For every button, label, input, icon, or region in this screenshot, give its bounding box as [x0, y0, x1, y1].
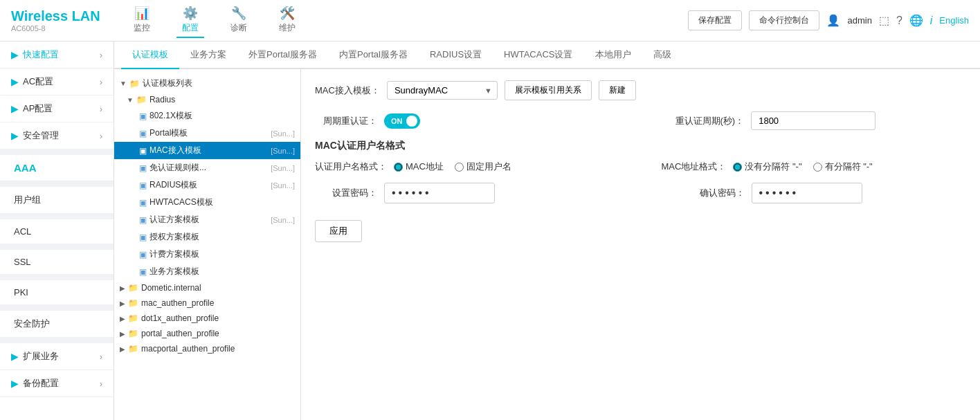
sidebar-item-label: 安全管理	[23, 129, 59, 142]
re-auth-period-input[interactable]	[751, 111, 875, 130]
radio-no-sep-label: 没有分隔符 "-"	[745, 161, 801, 173]
tree-node-billing[interactable]: ▣ 计费方案模板	[114, 246, 300, 263]
tab-radius[interactable]: RADIUS设置	[419, 42, 493, 68]
radio-no-sep-input[interactable]	[733, 163, 742, 172]
tree-node-dot1x[interactable]: ▣ 802.1X模板	[114, 107, 300, 125]
tree-node-dot1x-authen[interactable]: ▶ 📁 dot1x_authen_profile	[114, 311, 300, 326]
tree-node-label: portal_authen_profile	[141, 329, 219, 338]
tab-hwtacacs[interactable]: HWTACACS设置	[493, 42, 583, 68]
radio-fixed-user[interactable]: 固定用户名	[455, 161, 511, 173]
sidebar-item-label: 用户组	[14, 194, 41, 206]
sidebar-item-label: 安全防护	[14, 318, 50, 330]
show-ref-button[interactable]: 展示模板引用关系	[505, 80, 592, 100]
language-selector[interactable]: English	[939, 15, 969, 26]
sidebar-item-aaa[interactable]: AAA	[0, 155, 114, 181]
tree-node-hwtacacs-tpl[interactable]: ▣ HWTACACS模板	[114, 194, 300, 211]
tab-local-user[interactable]: 本地用户	[584, 42, 642, 68]
tab-biz-plan[interactable]: 业务方案	[179, 42, 237, 68]
radio-with-sep-label: 有分隔符 "-"	[825, 161, 873, 173]
logout-icon[interactable]: ⬚	[879, 14, 889, 27]
tree-node-tag: [Sun...]	[271, 216, 295, 224]
sidebar-item-label: ACL	[14, 226, 31, 237]
sidebar-item-pki[interactable]: PKI	[0, 280, 114, 305]
tree-node-radius-tpl[interactable]: ▣ RADIUS模板 [Sun...]	[114, 176, 300, 194]
sidebar-item-user-group[interactable]: 用户组	[0, 187, 114, 214]
tree-node-label: Portal模板	[149, 127, 188, 139]
sidebar-item-ssl[interactable]: SSL	[0, 250, 114, 275]
tab-advanced[interactable]: 高级	[642, 42, 682, 68]
tab-auth-template[interactable]: 认证模板	[121, 42, 179, 69]
radio-no-sep[interactable]: 没有分隔符 "-"	[733, 161, 801, 173]
cmd-console-button[interactable]: 命令行控制台	[749, 10, 819, 30]
help-icon[interactable]: ?	[896, 15, 902, 27]
apply-button[interactable]: 应用	[315, 220, 362, 242]
nav-monitor[interactable]: 📊 监控	[128, 3, 156, 38]
content-panel: ▼ 📁 认证模板列表 ▼ 📁 Radius ▣ 802.1X模板 ▣ P	[114, 69, 980, 420]
radio-with-sep-input[interactable]	[813, 163, 822, 172]
nav-monitor-label: 监控	[134, 22, 150, 34]
periodic-auth-toggle[interactable]: ON	[384, 113, 420, 129]
tree-radius-group[interactable]: ▼ 📁 Radius	[114, 92, 300, 107]
radio-mac-addr-input[interactable]	[394, 163, 403, 172]
title-wireless: Wireless	[11, 8, 68, 24]
username-format-col: 认证用户名格式： MAC地址 固定用户名	[315, 161, 620, 173]
tree-root[interactable]: ▼ 📁 认证模板列表	[114, 75, 300, 92]
tree-node-portal-tpl[interactable]: ▣ Portal模板 [Sun...]	[114, 125, 300, 142]
tree-node-portal-authen[interactable]: ▶ 📁 portal_authen_profile	[114, 326, 300, 341]
save-config-button[interactable]: 保存配置	[688, 10, 742, 30]
confirm-password-col: 确认密码：	[682, 183, 967, 203]
periodic-auth-row: 周期重认证： ON 重认证周期(秒)：	[315, 111, 966, 130]
set-password-input[interactable]	[384, 183, 495, 203]
tab-ext-portal[interactable]: 外置Portal服务器	[237, 42, 328, 68]
expand-icon: ▶	[11, 351, 19, 362]
nav-config[interactable]: ⚙️ 配置	[176, 3, 204, 38]
nav-diagnose[interactable]: 🔧 诊断	[225, 3, 253, 38]
sidebar-item-ac-config[interactable]: ▶ AC配置	[0, 69, 114, 95]
sidebar-item-label: AC配置	[23, 75, 53, 88]
tree-node-dometic[interactable]: ▶ 📁 Dometic.internal	[114, 280, 300, 295]
radio-fixed-user-input[interactable]	[455, 163, 464, 172]
title-lan: LAN	[68, 8, 100, 24]
sidebar-item-quick-config[interactable]: ▶ 快速配置	[0, 42, 114, 69]
header-right: 保存配置 命令行控制台 👤 admin ⬚ ? 🌐 i English	[688, 10, 969, 30]
radio-mac-addr[interactable]: MAC地址	[394, 161, 444, 173]
toggle-knob	[406, 116, 417, 127]
tree-node-biz-tpl[interactable]: ▣ 业务方案模板	[114, 263, 300, 280]
new-button[interactable]: 新建	[599, 80, 636, 100]
config-icon: ⚙️	[183, 6, 198, 21]
tree-node-label: MAC接入模板	[149, 145, 201, 156]
tree-node-label: 免认证规则模...	[149, 162, 206, 174]
form-panel: MAC接入模板： SundrayMAC ▼ 展示模板引用关系 新建 周期重认证：	[301, 69, 980, 420]
nav-maintain[interactable]: 🛠️ 维护	[273, 3, 301, 38]
tree-node-free-auth[interactable]: ▣ 免认证规则模... [Sun...]	[114, 159, 300, 176]
tree-node-mac-template[interactable]: ▣ MAC接入模板 [Sun...]	[114, 142, 300, 159]
globe-icon[interactable]: 🌐	[909, 14, 923, 27]
sidebar-item-backup[interactable]: ▶ 备份配置	[0, 370, 114, 397]
main-nav: 📊 监控 ⚙️ 配置 🔧 诊断 🛠️ 维护	[128, 3, 689, 38]
sidebar-item-expand[interactable]: ▶ 扩展业务	[0, 343, 114, 370]
tree-node-label: RADIUS模板	[149, 179, 197, 191]
radio-with-sep[interactable]: 有分隔符 "-"	[813, 161, 873, 173]
tree-node-macportal-authen[interactable]: ▶ 📁 macportal_authen_profile	[114, 341, 300, 356]
auth-username-label: 认证用户名格式：	[315, 161, 387, 173]
sidebar-item-sec-protect[interactable]: 安全防护	[0, 311, 114, 338]
tab-int-portal[interactable]: 内置Portal服务器	[328, 42, 419, 68]
tree-node-auth-scheme[interactable]: ▣ 认证方案模板 [Sun...]	[114, 211, 300, 228]
info-icon[interactable]: i	[930, 15, 933, 27]
toggle-on-text: ON	[391, 117, 403, 125]
sidebar-item-ap-config[interactable]: ▶ AP配置	[0, 95, 114, 122]
sidebar-item-label: AAA	[14, 162, 37, 174]
set-password-col: 设置密码：	[315, 183, 599, 203]
portal-authen-icon: 📁	[128, 329, 138, 338]
tree-radius-label: Radius	[149, 95, 175, 104]
tree-node-mac-authen[interactable]: ▶ 📁 mac_authen_profile	[114, 295, 300, 311]
dometic-arrow: ▶	[120, 284, 125, 292]
sidebar-item-acl[interactable]: ACL	[0, 219, 114, 244]
sidebar-item-label: 快速配置	[23, 48, 59, 61]
mac-template-select[interactable]: SundrayMAC	[387, 81, 498, 100]
confirm-password-input[interactable]	[752, 183, 862, 203]
sidebar-item-security[interactable]: ▶ 安全管理	[0, 122, 114, 149]
macportal-authen-icon: 📁	[128, 344, 138, 354]
tree-node-auth-plan[interactable]: ▣ 授权方案模板	[114, 228, 300, 246]
tree-node-tag: [Sun...]	[271, 129, 295, 138]
